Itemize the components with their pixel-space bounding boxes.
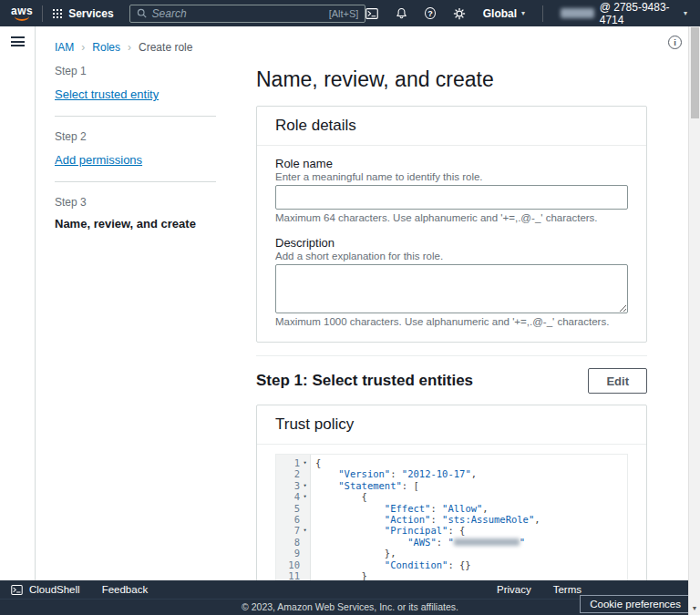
fold-spacer bbox=[300, 559, 310, 570]
step1-section-title: Step 1: Select trusted entities bbox=[256, 372, 473, 390]
trust-policy-editor[interactable]: 1▾23▾4▾567▾8910111213 { "Version": "2012… bbox=[275, 454, 628, 580]
footer: CloudShell Feedback Privacy Terms © 2023… bbox=[0, 580, 700, 615]
description-field: Description Add a short explanation for … bbox=[275, 236, 628, 327]
aws-smile-icon bbox=[15, 16, 29, 21]
wizard-step-3-current: Step 3 Name, review, and create bbox=[55, 196, 248, 231]
left-rail bbox=[0, 26, 36, 580]
main-area: IAM › Roles › Create role Step 1 Select … bbox=[36, 26, 700, 580]
top-navigation: aws Services Search [Alt+S] ? Global bbox=[0, 0, 700, 26]
services-menu[interactable]: Services bbox=[43, 0, 123, 26]
code-token bbox=[315, 537, 407, 548]
footer-legal-links: Privacy Terms bbox=[497, 584, 582, 595]
trust-policy-card: Trust policy 1▾23▾4▾567▾8910111213 { "Ve… bbox=[256, 405, 647, 580]
role-details-card: Role details Role name Enter a meaningfu… bbox=[256, 106, 647, 343]
description-hint: Add a short explanation for this role. bbox=[275, 251, 628, 261]
code-token: { bbox=[315, 457, 321, 468]
copyright-text: © 2023, Amazon Web Services, Inc. or its… bbox=[242, 601, 458, 612]
scrollbar-thumb[interactable] bbox=[691, 27, 699, 118]
search-placeholder: Search bbox=[152, 7, 187, 20]
code-line: { bbox=[315, 457, 627, 468]
code-line: "Principal": { bbox=[315, 525, 627, 536]
fold-toggle-icon[interactable]: ▾ bbox=[300, 480, 310, 491]
code-token: : { bbox=[448, 525, 465, 536]
chevron-down-icon: ▾ bbox=[521, 9, 525, 17]
role-name-label: Role name bbox=[275, 157, 628, 170]
code-token bbox=[315, 480, 338, 491]
code-token: : bbox=[390, 468, 402, 479]
code-token bbox=[315, 468, 338, 479]
fold-toggle-icon[interactable]: ▾ bbox=[300, 525, 310, 536]
step-link-select-trusted-entity[interactable]: Select trusted entity bbox=[55, 87, 159, 101]
wizard-steps: Step 1 Select trusted entity Step 2 Add … bbox=[55, 65, 248, 580]
nav-utilities: ? Global ▾ @ 2785-9483-4714 ▾ bbox=[365, 1, 693, 26]
code-token: : {} bbox=[448, 559, 470, 570]
code-token: "AWS" bbox=[407, 537, 437, 548]
gutter-line: 3▾ bbox=[276, 480, 310, 491]
settings-gear-icon[interactable] bbox=[453, 7, 466, 20]
fold-toggle-icon[interactable]: ▾ bbox=[300, 457, 310, 468]
account-menu[interactable]: @ 2785-9483-4714 ▾ bbox=[561, 1, 687, 26]
fold-spacer bbox=[300, 548, 310, 559]
description-textarea[interactable] bbox=[275, 264, 628, 313]
code-token bbox=[315, 514, 385, 525]
code-line: "AWS": "" bbox=[315, 537, 627, 548]
code-token: { bbox=[315, 491, 367, 502]
code-token: "Action" bbox=[385, 514, 431, 525]
code-line: { bbox=[315, 491, 627, 502]
notifications-bell-icon[interactable] bbox=[396, 7, 407, 19]
aws-logo[interactable]: aws bbox=[7, 6, 42, 21]
content-area: IAM › Roles › Create role Step 1 Select … bbox=[0, 26, 700, 580]
code-token: }, bbox=[315, 548, 396, 559]
fold-toggle-icon[interactable]: ▾ bbox=[300, 491, 310, 502]
code-token bbox=[315, 503, 385, 514]
code-token: " bbox=[520, 537, 525, 548]
fold-spacer bbox=[300, 537, 310, 548]
search-input[interactable]: Search [Alt+S] bbox=[129, 5, 366, 23]
columns: Step 1 Select trusted entity Step 2 Add … bbox=[55, 65, 682, 580]
gutter-line: 2 bbox=[276, 468, 310, 479]
code-token: "Principal" bbox=[385, 525, 448, 536]
role-name-input[interactable] bbox=[275, 185, 628, 210]
code-token: "2012-10-17" bbox=[402, 468, 471, 479]
edit-button[interactable]: Edit bbox=[588, 368, 647, 394]
region-selector[interactable]: Global ▾ bbox=[483, 7, 525, 20]
role-name-constraint: Maximum 64 characters. Use alphanumeric … bbox=[275, 212, 628, 223]
step-number: Step 3 bbox=[55, 196, 248, 209]
gutter-line: 6 bbox=[276, 514, 310, 525]
code-token: , bbox=[534, 514, 540, 525]
help-icon[interactable]: ? bbox=[425, 7, 435, 19]
breadcrumb-iam[interactable]: IAM bbox=[55, 41, 74, 54]
step-link-add-permissions[interactable]: Add permissions bbox=[55, 153, 142, 167]
wizard-step-2: Step 2 Add permissions bbox=[55, 130, 248, 168]
cloudshell-icon[interactable] bbox=[365, 8, 378, 19]
cookie-preferences-button[interactable]: Cookie preferences bbox=[580, 595, 691, 613]
terms-link[interactable]: Terms bbox=[553, 584, 582, 595]
search-icon bbox=[137, 8, 147, 18]
code-token: "Condition" bbox=[385, 559, 448, 570]
gutter-line: 11 bbox=[276, 570, 310, 580]
trust-policy-header: Trust policy bbox=[257, 405, 646, 445]
code-token: : [ bbox=[402, 480, 419, 491]
code-token: "Effect" bbox=[385, 503, 431, 514]
menu-hamburger-icon[interactable] bbox=[11, 36, 25, 46]
role-name-hint: Enter a meaningful name to identify this… bbox=[275, 171, 628, 182]
scroll-down-arrow-icon[interactable]: ▼ bbox=[689, 602, 700, 614]
privacy-link[interactable]: Privacy bbox=[497, 584, 531, 595]
code-gutter: 1▾23▾4▾567▾8910111213 bbox=[276, 455, 311, 580]
code-lines[interactable]: { "Version": "2012-10-17", "Statement": … bbox=[311, 455, 627, 580]
search-shortcut-hint: [Alt+S] bbox=[329, 8, 359, 19]
aws-logo-text: aws bbox=[11, 6, 33, 16]
code-token bbox=[315, 559, 385, 570]
code-line: "Statement": [ bbox=[315, 480, 627, 491]
step-number: Step 2 bbox=[55, 130, 248, 143]
main-panel: Name, review, and create Role details Ro… bbox=[256, 65, 647, 580]
region-label: Global bbox=[483, 7, 517, 20]
feedback-link[interactable]: Feedback bbox=[102, 584, 149, 595]
code-token: , bbox=[471, 468, 477, 479]
vertical-scrollbar[interactable]: ▼ bbox=[688, 26, 700, 615]
code-token: "Version" bbox=[338, 468, 390, 479]
cloudshell-button[interactable]: CloudShell bbox=[11, 584, 80, 595]
info-icon[interactable]: i bbox=[668, 36, 682, 49]
fold-spacer bbox=[300, 503, 310, 514]
breadcrumb-roles[interactable]: Roles bbox=[92, 41, 120, 54]
